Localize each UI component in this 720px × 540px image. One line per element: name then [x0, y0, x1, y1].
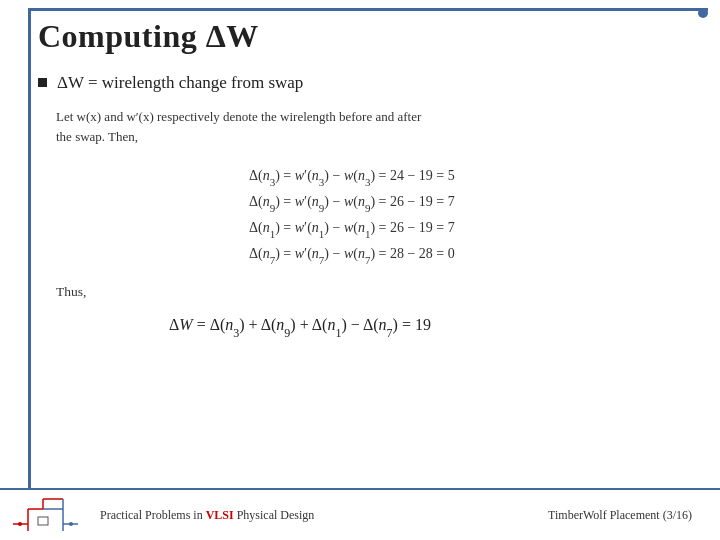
- page-title: Computing ΔW: [38, 18, 700, 55]
- formulas-svg: Δ(n3) = w′(n3) − w(n3) = 24 − 19 = 5 Δ(n…: [159, 158, 579, 268]
- title-symbol: ΔW: [206, 18, 259, 54]
- svg-text:Δ(n3) = w′(n3) − w(n3) = 24 − : Δ(n3) = w′(n3) − w(n3) = 24 − 19 = 5: [249, 168, 455, 188]
- bullet-text: ΔW = wirelength change from swap: [57, 73, 303, 93]
- formula-block: Δ(n3) = w′(n3) − w(n3) = 24 − 19 = 5 Δ(n…: [38, 158, 700, 272]
- footer-left: Practical Problems in VLSI Physical Desi…: [100, 508, 314, 523]
- svg-point-17: [69, 522, 73, 526]
- svg-text:Δ(n9) = w′(n9) − w(n9) = 26 − : Δ(n9) = w′(n9) − w(n9) = 26 − 19 = 7: [249, 194, 455, 214]
- left-line: [28, 8, 31, 488]
- title-prefix: Computing: [38, 18, 206, 54]
- intro-line1: Let w(x) and w′(x) respectively denote t…: [56, 109, 421, 124]
- thus-label: Thus,: [56, 284, 700, 300]
- footer-vlsi-highlight: VLSI: [206, 508, 234, 522]
- main-formula-svg: ΔW = Δ(n3) + Δ(n9) + Δ(n1) − Δ(n7) = 19: [139, 308, 599, 340]
- bottom-bar: Practical Problems in VLSI Physical Desi…: [0, 488, 720, 540]
- intro-line2: the swap. Then,: [56, 129, 138, 144]
- svg-text:Δ(n7) = w′(n7) − w(n7) = 28 − : Δ(n7) = w′(n7) − w(n7) = 28 − 28 = 0: [249, 246, 455, 266]
- body-intro: Let w(x) and w′(x) respectively denote t…: [56, 107, 700, 146]
- main-formula: ΔW = Δ(n3) + Δ(n9) + Δ(n1) − Δ(n7) = 19: [38, 308, 700, 344]
- footer-right: TimberWolf Placement (3/16): [548, 508, 692, 523]
- circuit-graphic: [8, 489, 88, 534]
- svg-text:ΔW = Δ(n3) + Δ(n9) + Δ(n1) − Δ: ΔW = Δ(n3) + Δ(n9) + Δ(n1) − Δ(n7) = 19: [169, 316, 431, 340]
- top-line: [28, 8, 708, 11]
- svg-point-16: [18, 522, 22, 526]
- svg-rect-15: [38, 517, 48, 525]
- footer-left-suffix: Physical Design: [234, 508, 315, 522]
- circuit-svg: [8, 489, 88, 534]
- main-content: Computing ΔW ΔW = wirelength change from…: [38, 18, 700, 485]
- bullet-icon: [38, 78, 47, 87]
- top-dot: [698, 8, 708, 18]
- footer-left-text: Practical Problems in: [100, 508, 206, 522]
- bullet-item: ΔW = wirelength change from swap: [38, 73, 700, 93]
- svg-text:Δ(n1) = w′(n1) − w(n1) = 26 − : Δ(n1) = w′(n1) − w(n1) = 26 − 19 = 7: [249, 220, 455, 240]
